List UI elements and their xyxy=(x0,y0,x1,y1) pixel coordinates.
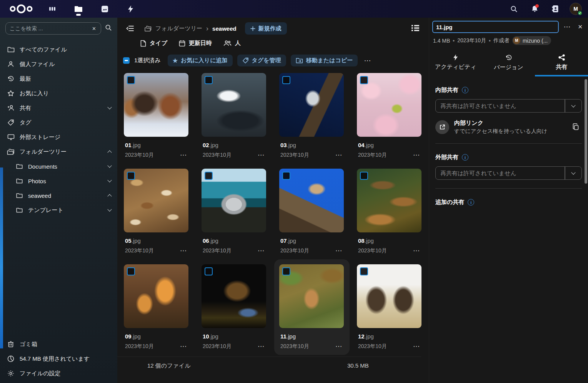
file-checkbox[interactable] xyxy=(127,76,135,84)
sidebar-item-recent[interactable]: 最新 xyxy=(0,71,117,86)
sidebar-item-favorites[interactable]: お気に入り xyxy=(0,86,117,101)
sidebar-folder-templates[interactable]: テンプレート xyxy=(0,203,117,217)
user-avatar[interactable]: M ✓ xyxy=(570,3,582,15)
manage-tags-button[interactable]: タグを管理 xyxy=(237,55,286,66)
collapse-sidebar-icon[interactable] xyxy=(124,23,136,34)
file-tile-12[interactable]: 12.jpg 2023年10月⋯ xyxy=(352,259,427,355)
breadcrumb-root[interactable]: フォルダーツリー xyxy=(144,25,202,32)
sidebar-item-shares[interactable]: 共有 xyxy=(0,101,117,115)
file-tile-04[interactable]: 04.jpg 2023年10月⋯ xyxy=(352,68,427,164)
file-actions-icon[interactable]: ⋯ xyxy=(335,247,342,255)
file-actions-icon[interactable]: ⋯ xyxy=(258,151,265,159)
chevron-down-icon[interactable] xyxy=(565,167,581,179)
info-icon[interactable]: i xyxy=(462,154,468,161)
notifications-bell-icon[interactable] xyxy=(528,2,541,15)
new-button[interactable]: 新規作成 xyxy=(245,22,287,35)
chevron-down-icon[interactable] xyxy=(107,178,112,182)
filter-modified-button[interactable]: 更新日時 xyxy=(179,40,212,47)
sidebar-item-tags[interactable]: タグ xyxy=(0,115,117,130)
tab-versions[interactable]: バージョン xyxy=(482,51,535,76)
tab-activity[interactable]: アクティビティ xyxy=(429,51,482,76)
file-tile-01[interactable]: 01.jpg 2023年10月⋯ xyxy=(119,68,194,164)
external-share-input[interactable] xyxy=(436,170,565,176)
file-checkbox[interactable] xyxy=(205,76,213,84)
file-actions-icon[interactable]: ⋯ xyxy=(413,151,420,159)
more-actions-icon[interactable]: ⋯ xyxy=(362,56,373,65)
sidebar-folder-seaweed[interactable]: seaweed xyxy=(0,188,117,203)
file-checkbox[interactable] xyxy=(127,267,135,275)
contacts-icon[interactable] xyxy=(549,2,562,15)
file-thumbnail[interactable] xyxy=(124,169,188,232)
sidebar-item-personal-files[interactable]: 個人ファイル xyxy=(0,57,117,71)
file-thumbnail[interactable] xyxy=(279,73,344,137)
tab-sharing[interactable]: 共有 xyxy=(535,51,588,76)
file-tile-05[interactable]: 05.jpg 2023年10月⋯ xyxy=(119,164,194,259)
file-thumbnail[interactable] xyxy=(124,264,188,328)
file-checkbox[interactable] xyxy=(205,172,213,180)
filter-type-button[interactable]: タイプ xyxy=(140,40,167,47)
photos-app-icon[interactable] xyxy=(97,1,112,17)
file-thumbnail[interactable] xyxy=(202,264,266,328)
file-thumbnail[interactable] xyxy=(202,169,266,232)
search-input[interactable] xyxy=(10,25,91,32)
file-actions-icon[interactable]: ⋯ xyxy=(180,247,187,255)
chevron-down-icon[interactable] xyxy=(107,105,112,109)
chevron-up-icon[interactable] xyxy=(107,194,112,198)
filename-input[interactable] xyxy=(432,21,559,33)
file-actions-icon[interactable]: ⋯ xyxy=(258,247,265,255)
sidebar-item-external-storage[interactable]: 外部ストレージ xyxy=(0,130,117,144)
file-actions-icon[interactable]: ⋯ xyxy=(180,151,187,159)
chevron-down-icon[interactable] xyxy=(565,99,581,112)
search-icon[interactable] xyxy=(105,24,112,33)
file-tile-03[interactable]: 03.jpg 2023年10月⋯ xyxy=(274,68,350,164)
sidebar-folder-photos[interactable]: Photos xyxy=(0,174,117,188)
add-favorite-button[interactable]: ★ お気に入りに追加 xyxy=(168,55,233,66)
search-clear-icon[interactable]: ✕ xyxy=(91,26,97,32)
file-actions-icon[interactable]: ⋯ xyxy=(335,151,342,159)
external-share-combobox[interactable] xyxy=(435,166,582,180)
sidebar-item-trash[interactable]: ゴミ箱 xyxy=(0,337,117,351)
sidebar-item-folder-tree[interactable]: フォルダーツリー xyxy=(0,144,117,159)
file-checkbox[interactable] xyxy=(360,267,368,275)
file-checkbox[interactable] xyxy=(360,76,368,84)
chevron-down-icon[interactable] xyxy=(107,207,112,211)
panel-close-icon[interactable]: ✕ xyxy=(575,23,585,31)
file-tile-07[interactable]: 07.jpg 2023年10月⋯ xyxy=(274,164,350,259)
filter-people-button[interactable]: 人 xyxy=(223,40,241,47)
file-checkbox[interactable] xyxy=(282,76,290,84)
unified-search-icon[interactable] xyxy=(507,2,520,15)
file-tile-08[interactable]: 08.jpg 2023年10月⋯ xyxy=(352,164,427,259)
file-checkbox[interactable] xyxy=(282,267,290,275)
file-actions-icon[interactable]: ⋯ xyxy=(180,342,187,350)
file-tile-06[interactable]: 06.jpg 2023年10月⋯ xyxy=(197,164,272,259)
list-view-toggle-icon[interactable] xyxy=(409,22,422,35)
select-all-checkbox[interactable] xyxy=(123,57,130,64)
files-app-icon[interactable] xyxy=(71,1,86,17)
file-actions-icon[interactable]: ⋯ xyxy=(413,247,420,255)
file-actions-icon[interactable]: ⋯ xyxy=(335,342,342,350)
file-thumbnail[interactable] xyxy=(357,169,421,232)
file-checkbox[interactable] xyxy=(127,172,135,180)
sidebar-files-settings[interactable]: ファイルの設定 xyxy=(0,366,117,381)
file-tile-09[interactable]: 09.jpg 2023年10月⋯ xyxy=(119,259,194,355)
sidebar-search-box[interactable]: ✕ xyxy=(5,22,101,35)
activity-app-icon[interactable] xyxy=(123,1,138,17)
file-checkbox[interactable] xyxy=(282,172,290,180)
file-actions-icon[interactable]: ⋯ xyxy=(413,342,420,350)
file-thumbnail[interactable] xyxy=(279,169,344,232)
file-tile-10[interactable]: 10.jpg 2023年10月⋯ xyxy=(197,259,272,355)
file-thumbnail[interactable] xyxy=(202,73,266,137)
sidebar-folder-documents[interactable]: Documents xyxy=(0,159,117,174)
nextcloud-logo-icon[interactable] xyxy=(7,4,35,14)
copy-link-icon[interactable] xyxy=(570,121,582,134)
chevron-down-icon[interactable] xyxy=(107,163,112,167)
file-tile-11-selected[interactable]: 11.jpg 2023年10月⋯ xyxy=(274,259,350,355)
chevron-up-icon[interactable] xyxy=(107,150,112,154)
sidebar-quota[interactable]: 54.7 MB 使用されています xyxy=(0,351,117,366)
author-chip[interactable]: M mizuno (... xyxy=(512,36,551,45)
sidebar-item-all-files[interactable]: すべてのファイル xyxy=(0,42,117,57)
info-icon[interactable]: i xyxy=(468,199,474,206)
panel-more-icon[interactable]: ⋯ xyxy=(561,22,573,32)
file-thumbnail[interactable] xyxy=(124,73,188,137)
panel-scrollbar[interactable] xyxy=(585,79,587,184)
